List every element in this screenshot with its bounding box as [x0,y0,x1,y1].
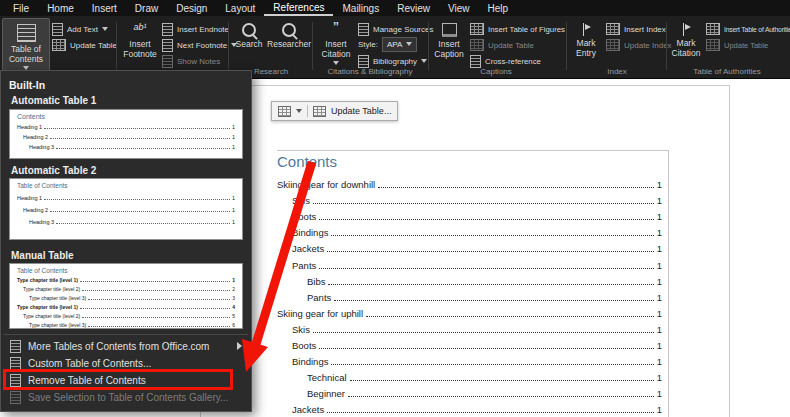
tab-mailings[interactable]: Mailings [333,0,388,16]
tab-design[interactable]: Design [167,0,216,16]
toc-entry[interactable]: Technical1 [277,369,662,385]
toc-entry[interactable]: Pants1 [277,256,662,272]
toc-entry[interactable]: Skiing gear for uphill1 [277,305,662,321]
footnote-ab1-icon [131,23,149,37]
toc-entry[interactable]: Bibs1 [277,273,662,289]
style-select[interactable]: APA [382,37,417,52]
toc-entry[interactable]: Beginner1 [277,385,662,401]
dot-leader [350,380,654,381]
add-text-button[interactable]: Add Text [52,22,108,36]
gallery-name-manual: Manual Table [11,250,74,261]
toc-selector-icon[interactable] [278,106,291,117]
tab-draw[interactable]: Draw [126,0,167,16]
add-text-icon [52,23,63,36]
ribbon-tab-bar: File Home Insert Draw Design Layout Refe… [0,0,790,16]
tab-insert[interactable]: Insert [83,0,126,16]
chevron-down-icon [406,42,412,46]
show-notes-button: Show Notes [162,54,220,68]
tab-review[interactable]: Review [388,0,439,16]
toc-entry[interactable]: Jackets1 [277,240,662,256]
tab-file[interactable]: File [4,0,38,16]
group-divider [428,22,429,70]
mark-entry-button[interactable]: Mark Entry [569,18,603,74]
group-label-citations: Citations & Bibliography [312,67,428,76]
tab-help[interactable]: Help [478,0,517,16]
gallery-item-automatic-table-1[interactable]: Contents Heading 11 Heading 21 Heading 3… [9,109,243,159]
tab-references[interactable]: References [264,0,333,16]
dot-leader [313,332,654,333]
next-footnote-icon [162,39,173,52]
menu-separator [4,334,248,335]
chevron-down-icon[interactable] [296,109,302,113]
toc-entry[interactable]: Skiing gear for downhill1 [277,176,662,192]
insert-table-of-authorities-button[interactable]: Insert Table of Authorities [706,22,790,36]
search-button[interactable]: Search [232,18,266,74]
mark-citation-button[interactable]: Mark Citation [668,18,704,74]
toc-entry[interactable]: Bindings1 [277,224,662,240]
chevron-down-icon [102,27,108,31]
dot-leader [319,348,653,349]
table-of-figures-icon [470,23,484,35]
toc-document-icon [10,357,21,370]
table-of-contents-label: Table of Contents [3,45,49,64]
researcher-button[interactable]: Researcher [268,18,310,74]
tab-view[interactable]: View [439,0,479,16]
search-icon [242,23,256,37]
toc-entry[interactable]: Bindings1 [277,353,662,369]
gallery-item-automatic-table-2[interactable]: Table of Contents Heading 11 Heading 21 … [9,178,243,240]
insert-index-button[interactable]: Insert Index [606,22,666,36]
dot-leader [331,364,653,365]
toc-document-icon [10,391,21,404]
group-label-captions: Captions [430,67,562,76]
toc-entry[interactable]: Boots1 [277,208,662,224]
next-footnote-button[interactable]: Next Footnote [162,38,237,52]
toc-entries: Skiing gear for downhill1 Skis1 Boots1 B… [277,176,662,417]
menu-item-save-selection-to-gallery: Save Selection to Table of Contents Gall… [1,389,251,405]
caption-icon [442,23,457,37]
update-table-figures-button: Update Table [470,38,534,52]
manage-sources-button[interactable]: Manage Sources [358,22,433,36]
table-of-contents-button[interactable]: Table of Contents [2,18,50,76]
dot-leader [327,412,653,413]
bibliography-button[interactable]: Bibliography [358,54,427,68]
dot-leader [366,316,654,317]
toolbar-divider [307,105,308,117]
researcher-icon [282,23,296,37]
toc-entry[interactable]: Pants1 [277,289,662,305]
insert-footnote-button[interactable]: Insert Footnote [120,18,160,74]
update-table-button[interactable]: Update Table [52,38,117,52]
update-table-icon [706,39,720,51]
toc-entry[interactable]: Boots1 [277,337,662,353]
update-index-icon [606,39,620,51]
dot-leader [328,284,653,285]
toc-content-control-border-right [668,150,669,417]
submenu-arrow-icon [237,342,242,350]
gallery-name-automatic-1: Automatic Table 1 [11,95,96,106]
group-divider [116,22,117,70]
cross-reference-button[interactable]: Cross-reference [470,54,541,68]
toc-floating-toolbar: Update Table... [271,101,398,121]
tab-home[interactable]: Home [38,0,83,16]
gallery-item-manual-table[interactable]: Table of Contents Type chapter title (le… [9,263,243,329]
update-table-icon [52,39,66,51]
insert-index-icon [606,23,620,35]
toc-entry[interactable]: Skis1 [277,321,662,337]
dot-leader [378,187,653,188]
dot-leader [348,396,654,397]
gallery-name-automatic-2: Automatic Table 2 [11,165,96,176]
toc-entry[interactable]: Jackets1 [277,401,662,417]
tab-layout[interactable]: Layout [216,0,264,16]
insert-table-of-figures-button[interactable]: Insert Table of Figures [470,22,565,36]
endnote-icon [162,23,173,36]
insert-caption-button[interactable]: Insert Caption [430,18,468,74]
menu-item-more-tables[interactable]: More Tables of Contents from Office.com [1,338,251,354]
insert-endnote-button[interactable]: Insert Endnote [162,22,229,36]
table-of-authorities-icon [706,23,720,35]
toc-title[interactable]: Contents [277,153,337,170]
update-table-icon [313,106,326,117]
insert-citation-button[interactable]: Insert Citation [316,18,356,74]
toc-entry[interactable]: Skis1 [277,192,662,208]
update-table-icon [470,39,484,51]
update-table-floating-button[interactable]: Update Table... [331,106,391,116]
table-of-contents-dropdown: Built-In Automatic Table 1 Contents Head… [0,70,252,412]
